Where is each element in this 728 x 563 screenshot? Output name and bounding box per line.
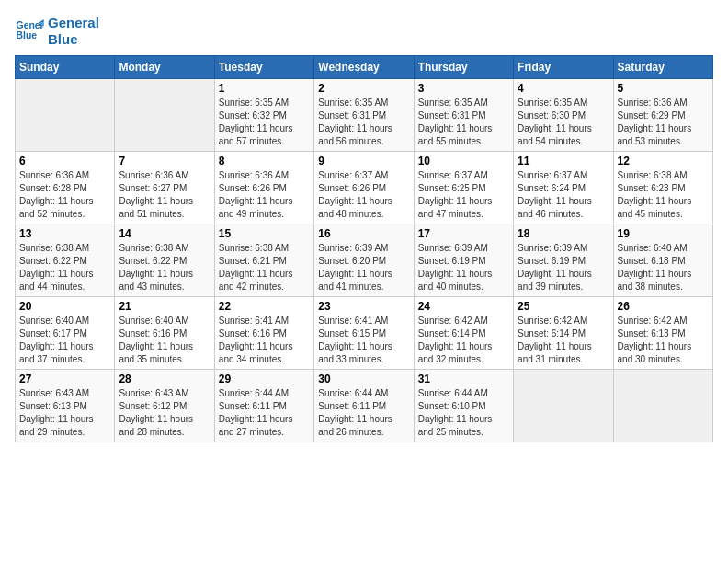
calendar-cell [16,79,115,152]
calendar-cell: 18Sunrise: 6:39 AM Sunset: 6:19 PM Dayli… [514,224,613,297]
day-info: Sunrise: 6:42 AM Sunset: 6:13 PM Dayligh… [618,315,709,366]
day-number: 26 [618,300,709,313]
calendar-cell: 22Sunrise: 6:41 AM Sunset: 6:16 PM Dayli… [214,297,313,370]
weekday-header-friday: Friday [514,56,613,79]
calendar-cell: 7Sunrise: 6:36 AM Sunset: 6:27 PM Daylig… [115,152,214,224]
day-info: Sunrise: 6:40 AM Sunset: 6:18 PM Dayligh… [618,242,709,293]
day-info: Sunrise: 6:38 AM Sunset: 6:22 PM Dayligh… [119,242,210,293]
day-info: Sunrise: 6:44 AM Sunset: 6:11 PM Dayligh… [318,387,409,439]
day-number: 28 [119,373,210,385]
day-info: Sunrise: 6:43 AM Sunset: 6:12 PM Dayligh… [119,387,210,439]
weekday-header-tuesday: Tuesday [214,56,313,79]
week-row-5: 27Sunrise: 6:43 AM Sunset: 6:13 PM Dayli… [16,370,713,442]
calendar-cell: 14Sunrise: 6:38 AM Sunset: 6:22 PM Dayli… [115,224,214,297]
week-row-4: 20Sunrise: 6:40 AM Sunset: 6:17 PM Dayli… [16,297,713,370]
day-number: 11 [518,155,609,167]
day-number: 6 [19,155,110,167]
header: General Blue General Blue [15,15,713,48]
day-info: Sunrise: 6:36 AM Sunset: 6:28 PM Dayligh… [19,169,110,221]
week-row-1: 1Sunrise: 6:35 AM Sunset: 6:32 PM Daylig… [16,79,713,152]
logo: General Blue General Blue [15,15,99,48]
day-info: Sunrise: 6:42 AM Sunset: 6:14 PM Dayligh… [518,315,609,366]
day-info: Sunrise: 6:43 AM Sunset: 6:13 PM Dayligh… [19,387,110,439]
day-number: 20 [19,300,110,313]
day-info: Sunrise: 6:40 AM Sunset: 6:17 PM Dayligh… [19,315,110,366]
day-number: 19 [618,227,709,240]
calendar-cell: 30Sunrise: 6:44 AM Sunset: 6:11 PM Dayli… [314,370,414,442]
day-info: Sunrise: 6:35 AM Sunset: 6:31 PM Dayligh… [318,97,409,148]
day-number: 2 [318,82,409,95]
calendar-cell: 16Sunrise: 6:39 AM Sunset: 6:20 PM Dayli… [314,224,414,297]
day-info: Sunrise: 6:36 AM Sunset: 6:29 PM Dayligh… [618,97,709,148]
calendar-cell: 3Sunrise: 6:35 AM Sunset: 6:31 PM Daylig… [414,79,513,152]
day-number: 13 [19,227,110,240]
day-info: Sunrise: 6:37 AM Sunset: 6:26 PM Dayligh… [318,169,409,221]
calendar-cell: 19Sunrise: 6:40 AM Sunset: 6:18 PM Dayli… [613,224,712,297]
day-info: Sunrise: 6:37 AM Sunset: 6:24 PM Dayligh… [518,169,609,221]
day-number: 10 [418,155,509,167]
day-info: Sunrise: 6:38 AM Sunset: 6:22 PM Dayligh… [19,242,110,293]
calendar-cell: 5Sunrise: 6:36 AM Sunset: 6:29 PM Daylig… [613,79,712,152]
svg-text:Blue: Blue [17,30,38,40]
day-info: Sunrise: 6:40 AM Sunset: 6:16 PM Dayligh… [119,315,210,366]
weekday-header-saturday: Saturday [613,56,712,79]
calendar-cell: 28Sunrise: 6:43 AM Sunset: 6:12 PM Dayli… [115,370,214,442]
calendar-cell: 29Sunrise: 6:44 AM Sunset: 6:11 PM Dayli… [214,370,313,442]
day-info: Sunrise: 6:38 AM Sunset: 6:21 PM Dayligh… [219,242,310,293]
day-info: Sunrise: 6:36 AM Sunset: 6:26 PM Dayligh… [219,169,310,221]
day-number: 27 [19,373,110,385]
calendar-cell: 10Sunrise: 6:37 AM Sunset: 6:25 PM Dayli… [414,152,513,224]
day-number: 3 [418,82,509,95]
calendar-cell: 21Sunrise: 6:40 AM Sunset: 6:16 PM Dayli… [115,297,214,370]
calendar-cell [613,370,712,442]
day-number: 12 [618,155,709,167]
calendar-cell: 4Sunrise: 6:35 AM Sunset: 6:30 PM Daylig… [514,79,613,152]
day-number: 24 [418,300,509,313]
calendar-cell: 27Sunrise: 6:43 AM Sunset: 6:13 PM Dayli… [16,370,115,442]
calendar-cell: 15Sunrise: 6:38 AM Sunset: 6:21 PM Dayli… [214,224,313,297]
calendar-cell [115,79,214,152]
calendar-cell: 12Sunrise: 6:38 AM Sunset: 6:23 PM Dayli… [613,152,712,224]
day-info: Sunrise: 6:35 AM Sunset: 6:31 PM Dayligh… [418,97,509,148]
logo-text: General Blue [48,15,99,48]
calendar-cell: 9Sunrise: 6:37 AM Sunset: 6:26 PM Daylig… [314,152,414,224]
day-info: Sunrise: 6:41 AM Sunset: 6:16 PM Dayligh… [219,315,310,366]
day-info: Sunrise: 6:37 AM Sunset: 6:25 PM Dayligh… [418,169,509,221]
week-row-2: 6Sunrise: 6:36 AM Sunset: 6:28 PM Daylig… [16,152,713,224]
day-number: 8 [219,155,310,167]
day-number: 22 [219,300,310,313]
day-number: 17 [418,227,509,240]
calendar-cell: 2Sunrise: 6:35 AM Sunset: 6:31 PM Daylig… [314,79,414,152]
day-info: Sunrise: 6:42 AM Sunset: 6:14 PM Dayligh… [418,315,509,366]
day-number: 16 [318,227,409,240]
calendar-cell: 25Sunrise: 6:42 AM Sunset: 6:14 PM Dayli… [514,297,613,370]
svg-text:General: General [17,20,44,30]
calendar-cell: 13Sunrise: 6:38 AM Sunset: 6:22 PM Dayli… [16,224,115,297]
day-number: 4 [518,82,609,95]
weekday-header-monday: Monday [115,56,214,79]
day-number: 29 [219,373,310,385]
day-number: 14 [119,227,210,240]
day-info: Sunrise: 6:39 AM Sunset: 6:19 PM Dayligh… [518,242,609,293]
day-info: Sunrise: 6:41 AM Sunset: 6:15 PM Dayligh… [318,315,409,366]
weekday-header-sunday: Sunday [16,56,115,79]
calendar-cell: 11Sunrise: 6:37 AM Sunset: 6:24 PM Dayli… [514,152,613,224]
day-number: 9 [318,155,409,167]
day-info: Sunrise: 6:35 AM Sunset: 6:30 PM Dayligh… [518,97,609,148]
day-number: 30 [318,373,409,385]
day-info: Sunrise: 6:38 AM Sunset: 6:23 PM Dayligh… [618,169,709,221]
day-number: 21 [119,300,210,313]
day-number: 23 [318,300,409,313]
day-number: 7 [119,155,210,167]
day-info: Sunrise: 6:44 AM Sunset: 6:10 PM Dayligh… [418,387,509,439]
day-info: Sunrise: 6:39 AM Sunset: 6:19 PM Dayligh… [418,242,509,293]
day-info: Sunrise: 6:44 AM Sunset: 6:11 PM Dayligh… [219,387,310,439]
day-info: Sunrise: 6:39 AM Sunset: 6:20 PM Dayligh… [318,242,409,293]
day-info: Sunrise: 6:35 AM Sunset: 6:32 PM Dayligh… [219,97,310,148]
calendar-cell: 20Sunrise: 6:40 AM Sunset: 6:17 PM Dayli… [16,297,115,370]
calendar-cell: 24Sunrise: 6:42 AM Sunset: 6:14 PM Dayli… [414,297,513,370]
calendar-cell [514,370,613,442]
week-row-3: 13Sunrise: 6:38 AM Sunset: 6:22 PM Dayli… [16,224,713,297]
calendar-table: SundayMondayTuesdayWednesdayThursdayFrid… [15,55,713,442]
day-number: 25 [518,300,609,313]
